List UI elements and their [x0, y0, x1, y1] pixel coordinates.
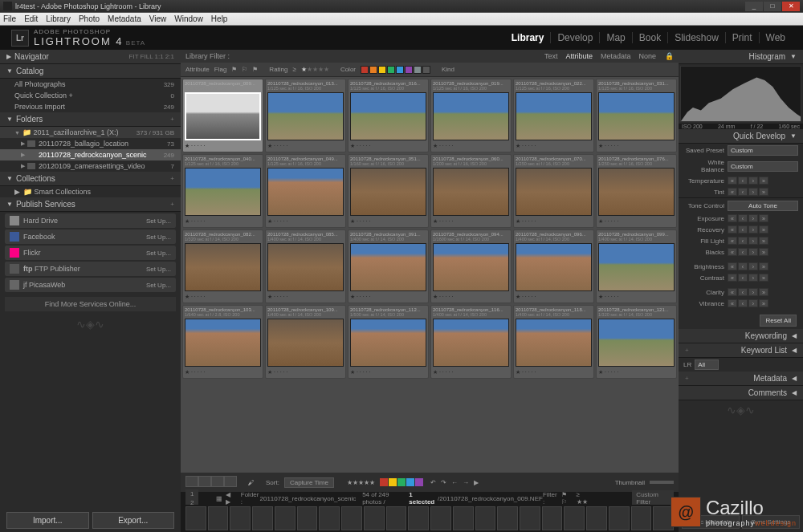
color-swatch[interactable] [361, 66, 369, 74]
reset-all-button[interactable]: Reset All [760, 315, 797, 327]
publish-service[interactable]: FlickrSet Up... [5, 246, 176, 260]
folder-item[interactable]: ▶20110728_ballagio_location73 [0, 138, 181, 149]
color-swatch[interactable] [380, 478, 388, 486]
publish-service[interactable]: jf PicasaWebSet Up... [5, 278, 176, 292]
filmstrip-thumb[interactable] [185, 506, 206, 530]
panel-comments[interactable]: Comments◀ [679, 386, 803, 400]
filmstrip-thumb[interactable] [364, 506, 385, 530]
filter-tab-text[interactable]: Text [540, 52, 562, 60]
folder-item[interactable]: ▶20110728_redrockcanyon_scenic249 [0, 149, 181, 160]
publish-service[interactable]: FacebookSet Up... [5, 229, 176, 244]
menu-photo[interactable]: Photo [79, 14, 100, 23]
custom-filter-select[interactable]: Custom Filter [632, 490, 674, 506]
quick-develop-header[interactable]: Quick Develop▼ [679, 129, 803, 144]
rating-stars[interactable]: ★★★★★ [301, 66, 329, 73]
color-swatch[interactable] [387, 66, 395, 74]
thumbnail-cell[interactable]: 20110728_redrockcanyon_013...1/125 sec a… [265, 79, 346, 152]
filmstrip-thumb[interactable] [408, 506, 429, 530]
filmstrip-thumb[interactable] [453, 506, 474, 530]
catalog-item[interactable]: Quick Collection +0 [0, 90, 181, 101]
toolbar-swatches[interactable] [380, 478, 423, 486]
sort-select[interactable]: Capture Time [284, 477, 334, 488]
thumbnail-cell[interactable]: 20110728_redrockcanyon_076...1/250 sec a… [596, 154, 677, 228]
monitor-1[interactable]: 1 [185, 489, 198, 498]
filmstrip-thumb[interactable] [520, 506, 540, 530]
filmstrip-thumb[interactable] [252, 506, 273, 530]
module-map[interactable]: Map [600, 32, 632, 43]
menu-library[interactable]: Library [46, 14, 71, 23]
preset-select[interactable]: Custom [728, 145, 798, 156]
view-mode-buttons[interactable] [185, 476, 237, 489]
color-swatch[interactable] [414, 66, 422, 74]
color-swatch[interactable] [389, 478, 397, 486]
panel-keyword-list[interactable]: +Keyword List◀ [679, 343, 803, 358]
menu-help[interactable]: Help [211, 14, 228, 23]
color-swatch[interactable] [369, 66, 377, 74]
thumbnail-cell[interactable]: 20110728_redrockcanyon_109...1/400 sec a… [265, 305, 346, 379]
collections-header[interactable]: ▼Collections + [0, 172, 181, 186]
thumbnail-cell[interactable]: 20110728_redrockcanyon_085...1/400 sec a… [265, 229, 346, 303]
module-slideshow[interactable]: Slideshow [668, 32, 726, 43]
thumbnail-cell[interactable]: 20110728_redrockcanyon_060...1/200 sec a… [430, 154, 512, 228]
filmstrip-thumb[interactable] [341, 506, 362, 530]
thumbnail-cell[interactable]: 20110728_redrockcanyon_016...1/125 sec a… [348, 79, 429, 152]
thumbnail-cell[interactable]: 20110728_redrockcanyon_096...1/400 sec a… [513, 229, 594, 303]
thumbnail-cell[interactable]: 20110728_redrockcanyon_118...1/400 sec a… [513, 305, 594, 379]
thumbnail-cell[interactable]: 20110728_redrockcanyon_112...1/500 sec a… [348, 305, 429, 379]
filmstrip-thumb[interactable] [230, 506, 251, 530]
thumbnail-cell[interactable]: 20110728_redrockcanyon_099...1/400 sec a… [596, 229, 677, 303]
thumbnail-cell[interactable]: 20110728_redrockcanyon_103...1/640 sec a… [182, 305, 263, 379]
module-print[interactable]: Print [726, 32, 760, 43]
menu-edit[interactable]: Edit [24, 14, 38, 23]
module-web[interactable]: Web [760, 32, 792, 43]
thumbnail-cell[interactable]: 20110728_redrockcanyon_091...1/400 sec a… [348, 229, 429, 303]
grid-icon[interactable]: ▦ [216, 495, 222, 502]
thumbnail-cell[interactable]: 20110728_redrockcanyon_070...1/250 sec a… [513, 154, 594, 228]
filmstrip-thumb[interactable] [586, 506, 607, 530]
color-swatches[interactable] [361, 66, 430, 74]
import-button[interactable]: Import... [6, 512, 89, 529]
find-more-link[interactable]: Find More Services Online... [5, 297, 176, 311]
export-button[interactable]: Export... [92, 512, 175, 529]
filmstrip-thumb[interactable] [386, 506, 407, 530]
module-develop[interactable]: Develop [551, 32, 600, 43]
filmstrip-thumb[interactable] [297, 506, 318, 530]
module-library[interactable]: Library [505, 32, 552, 43]
flag-pick-icon[interactable]: ⚑ [231, 66, 237, 73]
thumbnail-cell[interactable]: 20110728_redrockcanyon_116...1/400 sec a… [430, 305, 512, 379]
filter-tab-metadata[interactable]: Metadata [597, 52, 635, 60]
minimize-button[interactable]: _ [745, 2, 763, 11]
catalog-item[interactable]: Previous Import249 [0, 101, 181, 112]
menu-file[interactable]: File [3, 14, 16, 23]
close-button[interactable]: ✕ [782, 2, 800, 11]
publish-service[interactable]: ftp FTP PublisherSet Up... [5, 262, 176, 276]
filmstrip-thumb[interactable] [275, 506, 296, 530]
color-swatch[interactable] [378, 66, 386, 74]
catalog-header[interactable]: ▼Catalog [0, 64, 181, 79]
filmstrip[interactable] [181, 505, 679, 532]
collection-item[interactable]: ▶📁 Smart Collections [0, 186, 181, 197]
filmstrip-thumb[interactable] [564, 506, 585, 530]
thumbnail-cell[interactable]: 20110728_redrockcanyon_049...1/125 sec a… [265, 154, 346, 228]
rating-toolbar[interactable]: ★★★★★ [347, 479, 375, 486]
folder-volume[interactable]: ▼📁 2011_cazilloarchive_1 (X:)373 / 931 G… [0, 127, 181, 138]
filmstrip-thumb[interactable] [609, 506, 630, 530]
nav-arrows[interactable]: ↶↷←→▶ [428, 479, 481, 486]
module-book[interactable]: Book [633, 32, 668, 43]
auto-tone-button[interactable]: Auto Tone [728, 201, 798, 211]
color-swatch[interactable] [415, 478, 423, 486]
flag-reject-icon[interactable]: ⚑ [252, 66, 258, 73]
color-swatch[interactable] [422, 66, 430, 74]
thumbnail-cell[interactable]: 20110728_redrockcanyon_082...1/320 sec a… [182, 229, 263, 303]
histogram-header[interactable]: Histogram▼ [679, 50, 803, 64]
panel-metadata[interactable]: +Metadata◀ [679, 372, 803, 386]
publish-header[interactable]: ▼Publish Services + [0, 197, 181, 212]
thumbnail-cell[interactable]: 20110728_redrockcanyon_009...1/60 sec at… [182, 79, 263, 152]
menu-metadata[interactable]: Metadata [108, 14, 141, 23]
filmstrip-thumb[interactable] [497, 506, 518, 530]
filter-flag-icons[interactable]: ⚑ ⚐ [561, 491, 573, 506]
thumbnail-cell[interactable]: 20110728_redrockcanyon_121...1/320 sec a… [596, 305, 677, 379]
color-swatch[interactable] [405, 66, 413, 74]
filter-tab-none[interactable]: None [634, 52, 660, 60]
filmstrip-thumb[interactable] [430, 506, 451, 530]
